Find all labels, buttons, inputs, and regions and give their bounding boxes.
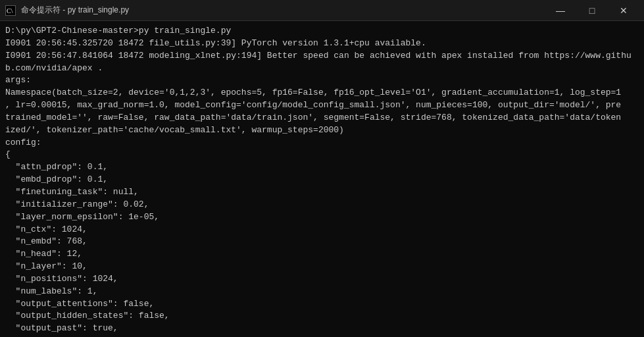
cmd-icon: C\	[5, 5, 16, 16]
maximize-button[interactable]: □	[577, 0, 607, 21]
cmd-window: C\ 命令提示符 - py train_single.py — □ ✕ D:\p…	[0, 0, 644, 337]
svg-text:C\: C\	[7, 7, 13, 14]
title-bar-left: C\ 命令提示符 - py train_single.py	[5, 5, 129, 16]
minimize-button[interactable]: —	[545, 0, 576, 21]
title-bar: C\ 命令提示符 - py train_single.py — □ ✕	[0, 0, 644, 21]
terminal-output[interactable]: D:\py\GPT2-Chinese-master>py train_singl…	[0, 21, 644, 337]
window-title: 命令提示符 - py train_single.py	[21, 5, 129, 16]
close-button[interactable]: ✕	[608, 0, 639, 21]
window-controls: — □ ✕	[545, 0, 639, 21]
